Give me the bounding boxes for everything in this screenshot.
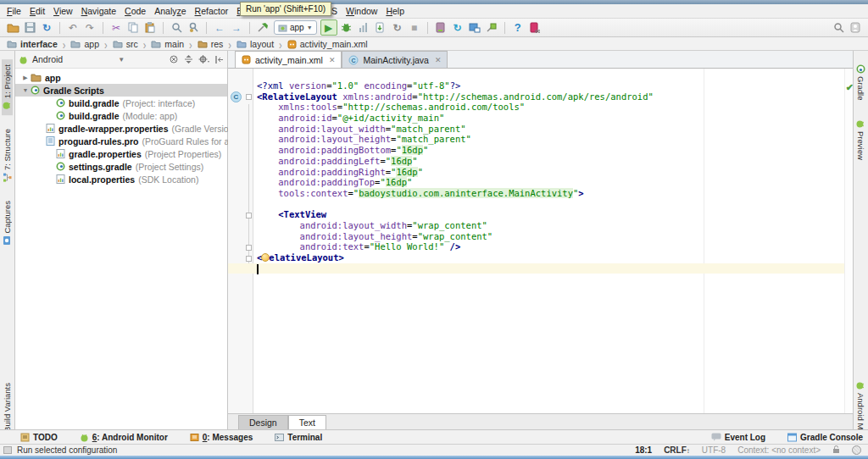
tab-close-icon[interactable]: ✕ [435,56,442,64]
collapse-all-icon[interactable] [184,54,193,64]
redo-icon[interactable]: ↷ [82,20,97,36]
sync-icon[interactable]: ↻ [39,20,54,36]
caret-position[interactable]: 18:1 [635,445,652,455]
avd-manager-icon[interactable] [433,20,448,36]
toolwindow-button-label: 0: Messages [203,433,253,442]
tool-stripe-tab-gradle[interactable]: Gradle [855,59,866,106]
code-token [257,220,300,230]
stop-icon[interactable]: ■ [407,20,422,36]
menu-refactor[interactable]: Refactor [191,5,233,17]
tool-stripe-tab-preview[interactable]: Preview [855,114,866,165]
inspections-hector-icon[interactable] [852,445,861,455]
tree-item-note: (Module: app) [123,111,178,121]
breadcrumb-item-layout[interactable]: layout [235,39,275,49]
menu-file[interactable]: File [3,5,25,17]
fold-marker-icon[interactable] [246,256,252,262]
tab-text[interactable]: Text [288,415,326,429]
toolwindow-switcher-icon[interactable] [3,446,12,454]
open-folder-icon[interactable] [5,20,20,36]
tree-collapse-icon[interactable]: ▶ [20,75,31,81]
tree-row-local-properties[interactable]: local.properties(SDK Location) [15,173,227,185]
run-configuration-select[interactable]: app ▼ [274,20,317,35]
breadcrumb-item-activity_main.xml[interactable]: activity_main.xml [286,39,370,49]
menu-analyze[interactable]: Analyze [150,5,190,17]
menu-edit[interactable]: Edit [25,5,49,17]
paste-icon[interactable] [142,20,158,36]
breadcrumb-item-interface[interactable]: interface [5,39,59,49]
layout-inspector-icon[interactable] [484,20,499,36]
todo-icon [20,433,30,442]
search-everywhere-icon[interactable] [831,20,846,36]
code-token: xmlns:tools [278,102,337,112]
line-ending-select[interactable]: CRLF↕ [664,445,690,455]
user-profile-icon[interactable] [848,20,863,36]
tool-stripe-tab-1-project[interactable]: 1: Project [2,59,13,115]
tree-row-build-gradle[interactable]: build.gradle(Project: interface) [15,97,227,109]
menu-help[interactable]: Help [381,5,409,17]
code-token: "match_parent" [396,134,471,144]
settings-gear-icon[interactable] [198,54,209,64]
related-class-gutter-icon[interactable]: C [231,91,242,102]
tree-row-gradle-wrapper-properties[interactable]: gradle-wrapper.properties(Gradle Version… [15,122,227,135]
code-editor[interactable]: C <?xml version="1.0" encoding="utf-8"?>… [228,69,853,413]
menu-code[interactable]: Code [120,5,150,17]
toolwindow-button-6-android-monitor[interactable]: 6: Android Monitor [80,433,168,442]
tab-close-icon[interactable]: ✕ [329,56,336,64]
menu-navigate[interactable]: Navigate [77,5,120,17]
hide-panel-icon[interactable] [214,55,224,64]
back-icon[interactable]: ← [212,20,227,36]
fold-marker-icon[interactable] [246,94,252,100]
tool-stripe-tab-7-structure[interactable]: 7: Structure [2,124,13,187]
tab-design[interactable]: Design [238,415,288,429]
forward-icon[interactable]: → [229,20,244,36]
fold-marker-icon[interactable] [246,213,252,218]
run-button[interactable]: ▶ [320,19,337,36]
breadcrumb-item-main[interactable]: main [149,39,186,49]
cut-icon[interactable]: ✂ [108,20,124,36]
tree-row-app[interactable]: ▶app [15,71,227,84]
tree-row-gradle-scripts[interactable]: ▼Gradle Scripts [15,84,227,97]
tree-row-gradle-properties[interactable]: gradle.properties(Project Properties) [15,147,227,160]
encoding-select[interactable]: UTF-8 [702,445,726,455]
toolwindow-button-0-messages[interactable]: 0: Messages [190,433,253,442]
tree-row-build-gradle[interactable]: build.gradle(Module: app) [15,109,227,122]
menu-view[interactable]: View [49,5,77,17]
toolwindow-button-event-log[interactable]: Event Log [711,433,765,442]
debug-icon[interactable] [339,20,354,36]
rerun-icon[interactable]: ↻ [390,20,405,36]
save-all-icon[interactable] [22,20,37,36]
breadcrumb-item-src[interactable]: src [111,39,140,49]
build-hammer-icon[interactable] [255,20,270,36]
copy-icon[interactable] [125,20,141,36]
inspection-ok-icon[interactable]: ✔ [846,82,853,93]
code-line-12 [257,199,844,210]
editor-scrollbar[interactable]: ✔ [844,69,853,413]
breadcrumb-item-res[interactable]: res [196,39,225,49]
tree-row-proguard-rules-pro[interactable]: proguard-rules.pro(ProGuard Rules for ap… [15,135,227,147]
tool-stripe-tab-captures[interactable]: Captures [2,196,13,251]
toolwindow-button-terminal[interactable]: Terminal [275,433,322,442]
replace-icon[interactable] [186,20,201,36]
undo-icon[interactable]: ↶ [65,20,81,36]
editor-tab-mainactivity-java[interactable]: CMainActivity.java✕ [342,51,448,68]
project-view-selector[interactable]: Android ▼ [19,54,169,64]
tree-expand-icon[interactable]: ▼ [20,87,31,93]
sdk-manager-icon[interactable] [467,20,482,36]
toolwindow-button-todo[interactable]: TODO [20,433,58,442]
context-indicator[interactable]: Context: <no context> [737,445,821,455]
toolwindow-button-gradle-console[interactable]: Gradle Console [787,433,863,442]
menu-window[interactable]: Window [342,5,381,17]
locate-file-icon[interactable] [169,54,179,64]
help-icon[interactable]: ? [510,20,526,36]
editor-tab-activity-main-xml[interactable]: activity_main.xml✕ [235,51,342,68]
attach-debugger-icon[interactable] [373,20,388,36]
breadcrumb-item-app[interactable]: app [69,39,101,49]
stripe-tab-label: 7: Structure [3,129,12,170]
tree-row-settings-gradle[interactable]: settings.gradle(Project Settings) [15,160,227,173]
readonly-lock-icon[interactable] [832,445,840,456]
fold-marker-icon[interactable] [246,245,252,251]
gradle-sync-icon[interactable]: ↻ [450,20,465,36]
find-icon[interactable] [169,20,184,36]
profiler-icon[interactable] [356,20,371,36]
profile-apk-icon[interactable] [527,20,542,36]
